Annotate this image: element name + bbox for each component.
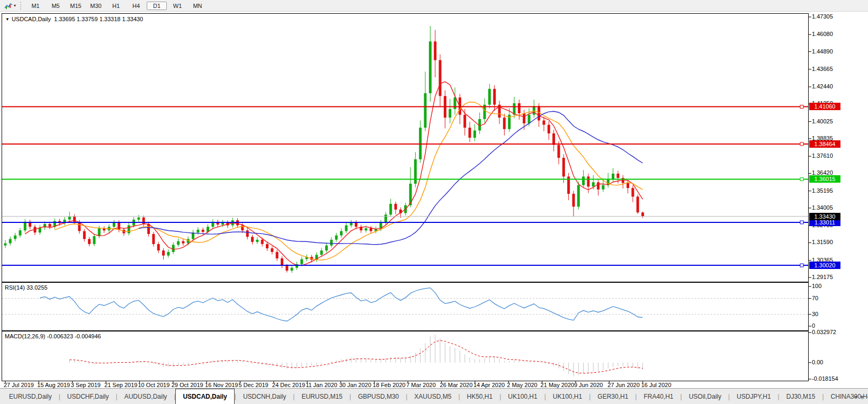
rsi-axis-label: 30 <box>812 311 818 317</box>
price-axis-label: 1.47305 <box>812 13 833 20</box>
chart-tab-usdjpy-h1[interactable]: USDJPY,H1 <box>730 389 777 404</box>
toolbar: ▾ M1M5M15M30H1H4D1W1MN <box>0 0 868 12</box>
chart-tab-usdchf-daily[interactable]: USDCHF,Daily <box>60 389 116 404</box>
caret-down-icon: ▾ <box>14 3 16 8</box>
tab-scroll-left-icon[interactable]: ◂ <box>854 393 857 399</box>
chart-tab-uk100-h1[interactable]: UK100,H1 <box>546 389 589 404</box>
timeframe-button-d1[interactable]: D1 <box>147 2 167 10</box>
date-axis-label: 15 Aug 2019 <box>37 382 70 388</box>
timeframe-button-mn[interactable]: MN <box>188 2 207 10</box>
macd-label: MACD(12,26,9) -0.006323 -0.004946 <box>5 333 101 339</box>
tab-scroll-arrows: ◂ ▸ <box>854 389 864 404</box>
price-axis-label: 1.35195 <box>812 187 833 194</box>
price-axis-label: 1.43665 <box>812 66 833 72</box>
date-axis-label: 2 May 2020 <box>507 382 537 388</box>
chart-tab-uk100-h1[interactable]: UK100,H1 <box>501 389 544 404</box>
chart-tab-usdcad-daily[interactable]: USDCAD,Daily <box>175 389 234 404</box>
chart-ohlc: 1.33695 1.33759 1.33318 1.33430 <box>54 16 143 22</box>
chart-tab-dj30-m15[interactable]: DJ30,M15 <box>780 389 822 404</box>
rsi-panel <box>2 282 809 331</box>
rsi-axis-label: 100 <box>812 283 821 289</box>
macd-axis-label: 0.00 <box>812 359 823 365</box>
date-axis-label: 7 Mar 2020 <box>406 382 436 388</box>
date-axis-label: 21 May 2020 <box>541 382 575 388</box>
timeframe-button-m5[interactable]: M5 <box>46 2 65 10</box>
chart-tab-ger30-h1[interactable]: GER30,H1 <box>590 389 635 404</box>
timeframe-button-m15[interactable]: M15 <box>66 2 85 10</box>
price-axis-label: 1.29175 <box>812 274 833 280</box>
timeframe-buttons: M1M5M15M30H1H4D1W1MN <box>25 2 208 10</box>
macd-axis-label: -0.018154 <box>812 375 838 382</box>
chart-line-icon <box>4 2 13 10</box>
chart-title: ▼USDCAD,Daily 1.33695 1.33759 1.33318 1.… <box>5 16 143 22</box>
timeframe-button-m30[interactable]: M30 <box>86 2 105 10</box>
date-axis-label: 10 Oct 2019 <box>138 382 169 388</box>
price-axis-label: 1.44890 <box>812 48 833 55</box>
mt4-window: ▾ M1M5M15M30H1H4D1W1MN ▼USDCAD,Daily 1.3… <box>0 0 868 404</box>
chart-tab-fra40-h1[interactable]: FRA40,H1 <box>637 389 680 404</box>
price-chart-panel <box>2 13 809 282</box>
timeframe-button-m1[interactable]: M1 <box>26 2 45 10</box>
chart-tool-button[interactable]: ▾ <box>2 1 18 11</box>
chart-tab-xauusd-m5[interactable]: XAUUSD,M5 <box>407 389 458 404</box>
date-axis-label: 5 Dec 2019 <box>238 382 268 388</box>
price-axis-label: 1.31590 <box>812 239 833 245</box>
toolbar-grip[interactable] <box>20 2 21 10</box>
date-axis-label: 3 Sep 2019 <box>71 382 101 388</box>
hline-price-tag: 1.30020 <box>809 262 840 269</box>
date-axis-label: 24 Dec 2019 <box>272 382 305 388</box>
date-axis-label: 18 Feb 2020 <box>373 382 406 388</box>
price-axis-label: 1.40025 <box>812 118 833 124</box>
collapse-arrow-icon[interactable]: ▼ <box>5 17 10 22</box>
date-axis-label: 27 Jul 2019 <box>4 382 34 388</box>
timeframe-button-h4[interactable]: H4 <box>127 2 146 10</box>
rsi-axis-label: 0 <box>812 322 815 329</box>
chart-tab-audusd-daily[interactable]: AUDUSD,Daily <box>118 389 174 404</box>
chart-tab-usoil-daily[interactable]: USOil,Daily <box>682 389 728 404</box>
chart-tab-gbpusd-m30[interactable]: GBPUSD,M30 <box>351 389 406 404</box>
chart-tab-usdcnh-daily[interactable]: USDCNH,Daily <box>236 389 293 404</box>
timeframe-button-w1[interactable]: W1 <box>168 2 187 10</box>
date-axis-label: 11 Jan 2020 <box>306 382 337 388</box>
date-axis-label: 14 Apr 2020 <box>473 382 505 388</box>
date-axis-label: 29 Oct 2019 <box>172 382 203 388</box>
current-price-tag: 1.33430 <box>809 213 840 220</box>
hline-price-tag: 1.38464 <box>809 140 840 148</box>
price-axis-label: 1.46080 <box>812 31 833 37</box>
hline-price-tag: 1.41060 <box>809 103 840 110</box>
date-axis-label: 30 Jan 2020 <box>339 382 372 388</box>
rsi-label: RSI(14) 33.0255 <box>5 284 48 291</box>
chart-symbol: USDCAD,Daily <box>12 16 51 22</box>
tab-scroll-right-icon[interactable]: ▸ <box>861 393 864 399</box>
date-axis-label: 21 Sep 2019 <box>104 382 137 388</box>
hline-price-tag: 1.36015 <box>809 175 840 183</box>
price-axis-label: 1.42440 <box>812 83 833 89</box>
price-axis-label: 1.34005 <box>812 204 833 211</box>
date-axis-label: 16 Jul 2020 <box>641 382 672 388</box>
chart-tab-bar: EURUSD,Daily|USDCHF,Daily|AUDUSD,Daily|U… <box>0 388 868 404</box>
price-axis-label: 1.37610 <box>812 152 833 159</box>
rsi-axis-label: 70 <box>812 295 818 301</box>
chart-tabs: EURUSD,Daily|USDCHF,Daily|AUDUSD,Daily|U… <box>0 389 868 404</box>
date-axis-label: 26 Mar 2020 <box>440 382 473 388</box>
chart-tab-hk50-h1[interactable]: HK50,H1 <box>460 389 500 404</box>
date-axis-label: 27 Jun 2020 <box>607 382 640 388</box>
date-axis-label: 16 Nov 2019 <box>205 382 238 388</box>
chart-tab-eurusd-m15[interactable]: EURUSD,M15 <box>294 389 349 404</box>
date-axis-label: 9 Jun 2020 <box>574 382 603 388</box>
macd-panel <box>2 331 809 381</box>
chart-tab-eurusd-daily[interactable]: EURUSD,Daily <box>2 389 59 404</box>
timeframe-button-h1[interactable]: H1 <box>106 2 126 10</box>
macd-axis-label: 0.032972 <box>812 329 836 335</box>
